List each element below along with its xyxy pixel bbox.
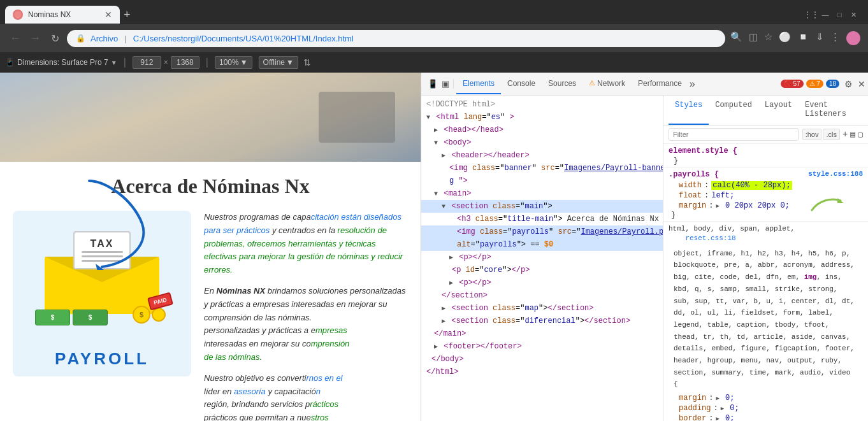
para-1-text: Nuestros programas de capacitación están…: [204, 212, 403, 275]
add-style-button[interactable]: +: [843, 129, 848, 139]
lock-icon: 🔒: [76, 34, 85, 43]
payrolls-width-val: calc(40% - 28px);: [711, 181, 792, 190]
cast-icon[interactable]: ◫: [749, 31, 758, 45]
address-input[interactable]: 🔒 Archivo | C:/Users/nestorgil/Documents…: [67, 30, 725, 47]
info-count: 18: [829, 80, 836, 87]
settings-icon[interactable]: ⋮: [830, 31, 840, 45]
devtools-mobile-icon[interactable]: 📱: [428, 79, 438, 89]
devtools-badges: 🚫 57 ⚠ 7 18: [781, 80, 839, 88]
tab-network[interactable]: ⚠ Network: [582, 74, 632, 94]
payroll-text-label: PAYROLL: [55, 349, 149, 369]
dom-section-dif[interactable]: ▶ <section class="diferencial"> ​ </sect…: [421, 315, 663, 327]
payroll-description: Nuestros programas de capacitación están…: [204, 211, 408, 421]
tax-line-2: [82, 255, 123, 257]
payroll-image-container: TAX: [13, 211, 191, 421]
dom-payrolls-alt[interactable]: alt="payrolls"> == $0: [421, 238, 663, 251]
address-bar: ← → ↻ 🔒 Archivo | C:/Users/nestorgil/Doc…: [0, 24, 868, 52]
error-count: 57: [793, 80, 800, 87]
tab-sources[interactable]: Sources: [542, 74, 582, 94]
styles-panel: Styles Computed Layout Event Listeners :…: [663, 96, 868, 421]
device-selector[interactable]: 📱 Dimensions: Surface Pro 7 ▼: [5, 58, 117, 67]
back-button[interactable]: ←: [8, 30, 23, 46]
bookmark-icon[interactable]: ☆: [764, 31, 772, 45]
dom-main-close[interactable]: </main>: [421, 327, 663, 340]
more-tabs-button[interactable]: »: [690, 78, 695, 90]
filter-hov-button[interactable]: :hov: [802, 129, 822, 140]
height-input[interactable]: [171, 56, 199, 69]
settings-button[interactable]: ⚙: [844, 79, 853, 89]
warning-badge: ⚠ 7: [806, 80, 823, 88]
rotate-button[interactable]: ⇅: [303, 57, 311, 68]
dom-footer[interactable]: ▶ <footer> ​ </footer>: [421, 340, 663, 353]
sync-icon[interactable]: ⇓: [816, 31, 824, 45]
element-style-rule: element.style { }: [663, 144, 868, 168]
dom-p-core[interactable]: <p id="core"> ​ </p>: [421, 264, 663, 276]
para-3-text: Nuestro objetivo es convertirnos en el: [204, 373, 343, 383]
styles-filter-bar: :hov .cls + ▤ ▢: [663, 125, 868, 144]
zoom-selector[interactable]: 100% ▼: [215, 56, 252, 69]
extensions-icon[interactable]: ◽: [797, 31, 809, 45]
address-url: C:/Users/nestorgil/Documents/USA/01%20HT…: [133, 34, 354, 43]
sub-tab-styles[interactable]: Styles: [669, 96, 709, 125]
page-content: Acerca de Nóminas Nx TAX: [0, 73, 421, 421]
tab-close-button[interactable]: ✕: [105, 10, 112, 20]
dom-html-close[interactable]: </html>: [421, 366, 663, 378]
tab-console[interactable]: Console: [501, 74, 542, 94]
dom-payrolls-img[interactable]: <img class="payrolls" src="Imagenes/Payr…: [421, 225, 663, 238]
dom-img-src-cont[interactable]: g ">: [421, 175, 663, 187]
forward-button[interactable]: →: [28, 30, 43, 46]
dom-h3[interactable]: <h3 class="title-main"> Acerca de Nómina…: [421, 213, 663, 225]
dom-html[interactable]: ▼ <html lang="es" >: [421, 111, 663, 124]
search-icon[interactable]: 🔍: [730, 31, 742, 45]
dom-tree[interactable]: <!DOCTYPE html> ▼ <html lang="es" > ▶ <h…: [421, 96, 663, 421]
reset-source[interactable]: reset.css:18: [685, 234, 735, 242]
styles-filter-input[interactable]: [669, 128, 799, 141]
style-new-rule-icon[interactable]: ▤: [850, 129, 855, 139]
dom-p2[interactable]: ▶ <p> ​ </p>: [421, 276, 663, 289]
dom-section-close[interactable]: </section>: [421, 289, 663, 302]
dom-section-map[interactable]: ▶ <section class="map"> ​ </section>: [421, 302, 663, 315]
maximize-button[interactable]: □: [835, 10, 844, 19]
file-label: Archivo: [90, 34, 118, 43]
new-tab-button[interactable]: +: [124, 8, 131, 22]
tab-performance[interactable]: Performance: [632, 74, 688, 94]
active-tab[interactable]: Nominas NX ✕: [5, 6, 120, 24]
width-input[interactable]: [133, 56, 161, 69]
dom-head[interactable]: ▶ <head> ​ </head>: [421, 124, 663, 136]
close-devtools-button[interactable]: ✕: [858, 79, 865, 89]
dom-banner-img[interactable]: <img class="banner" src="Imagenes/Payrol…: [421, 162, 663, 175]
user-avatar[interactable]: [846, 31, 860, 45]
tab-elements[interactable]: Elements: [456, 74, 501, 94]
minimize-button[interactable]: —: [821, 10, 830, 19]
profile-icon[interactable]: ⚪: [779, 31, 791, 45]
dom-doctype[interactable]: <!DOCTYPE html>: [421, 98, 663, 111]
para-3: Nuestro objetivo es convertirnos en el l…: [204, 372, 408, 421]
warning-count: 7: [816, 80, 820, 87]
dom-main[interactable]: ▼ <main>: [421, 187, 663, 200]
dom-section-main[interactable]: ▼ <section class="main">: [421, 200, 663, 213]
close-button[interactable]: ✕: [849, 10, 858, 19]
sub-tab-event-listeners[interactable]: Event Listeners: [799, 96, 863, 125]
devtools-dock-icon[interactable]: ▣: [442, 79, 449, 89]
dim-separator: |: [124, 57, 126, 68]
reset-rule: html, body, div, span, applet, reset.css…: [663, 222, 868, 421]
dom-body-close[interactable]: </body>: [421, 353, 663, 366]
reload-button[interactable]: ↻: [48, 30, 62, 47]
offline-selector[interactable]: Offline ▼: [259, 56, 298, 69]
reset-selector-full: object, iframe, h1, h2, h3, h4, h5, h6, …: [669, 245, 863, 393]
style-toggle-icon[interactable]: ▢: [858, 129, 863, 139]
devtools-toolbar: 📱 Dimensions: Surface Pro 7 ▼ | × | 100%…: [0, 52, 868, 73]
sub-tab-computed[interactable]: Computed: [709, 96, 758, 125]
dom-header[interactable]: ▶ <header> ​ </header>: [421, 149, 663, 162]
payrolls-selector: .payrolls { style.css:188: [669, 170, 863, 179]
dom-p1[interactable]: ▶ <p> ​ </p>: [421, 251, 663, 264]
dom-body[interactable]: ▼ <body>: [421, 136, 663, 149]
network-warning-icon: ⚠: [589, 79, 595, 87]
filter-cls-button[interactable]: .cls: [823, 129, 840, 140]
reset-rule-header: html, body, div, span, applet, reset.css…: [669, 224, 863, 244]
devtools-content: <!DOCTYPE html> ▼ <html lang="es" > ▶ <h…: [421, 96, 868, 421]
tab-title: Nominas NX: [28, 10, 99, 19]
address-separator: |: [124, 34, 126, 43]
payrolls-width-prop: width : calc(40% - 28px);: [669, 180, 863, 190]
sub-tab-layout[interactable]: Layout: [758, 96, 799, 125]
